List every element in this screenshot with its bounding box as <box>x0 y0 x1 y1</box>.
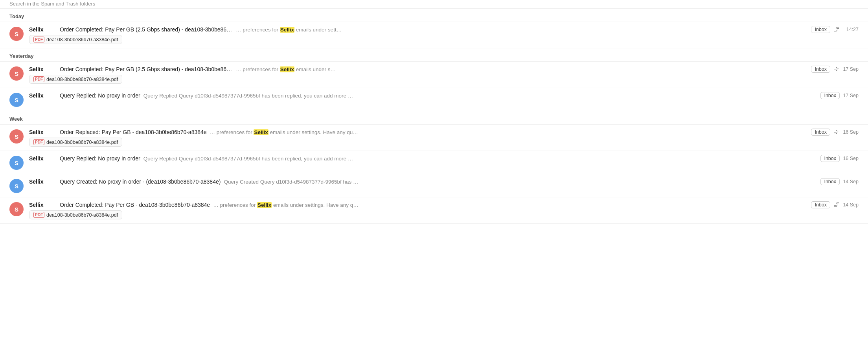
attachment-filename: dea108-3b0be86b70-a8384e.pdf <box>46 212 118 218</box>
email-subject: Query Replied: No proxy in order <box>60 155 140 162</box>
email-top-row: SellixQuery Created: No proxy in order -… <box>29 178 859 185</box>
email-top-row: SellixOrder Replaced: Pay Per GB - dea10… <box>29 129 859 136</box>
attachment-icon: 🖇 <box>833 26 840 33</box>
email-subject: Query Created: No proxy in order - (dea1… <box>60 178 221 185</box>
attachment-icon: 🖇 <box>833 66 840 73</box>
top-banner[interactable]: Search in the Spam and Trash folders <box>0 0 868 9</box>
email-meta: Inbox🖇14:27 <box>811 26 859 33</box>
email-preview: … preferences for Sellix emails under s… <box>236 66 804 72</box>
highlight-text: Sellix <box>280 27 294 33</box>
avatar: S <box>9 202 24 216</box>
email-meta: Inbox16 Sep <box>820 155 859 162</box>
email-subject: Order Completed: Pay Per GB - dea108-3b0… <box>60 202 210 208</box>
email-list: Search in the Spam and Trash folders Tod… <box>0 0 868 232</box>
email-time: 17 Sep <box>843 93 859 98</box>
pdf-label: PDF <box>33 139 44 145</box>
email-row[interactable]: SSellixOrder Completed: Pay Per GB - dea… <box>0 197 868 224</box>
avatar: S <box>9 179 24 193</box>
highlight-text: Sellix <box>254 129 268 135</box>
sender-name: Sellix <box>29 155 57 162</box>
avatar: S <box>9 93 24 107</box>
pdf-label: PDF <box>33 76 44 82</box>
email-time: 14 Sep <box>843 202 859 208</box>
email-time: 16 Sep <box>843 129 859 135</box>
avatar: S <box>9 66 24 81</box>
sender-name: Sellix <box>29 66 57 72</box>
email-content-block: SellixOrder Completed: Pay Per GB (2.5 G… <box>29 66 859 84</box>
email-content-block: SellixOrder Completed: Pay Per GB - dea1… <box>29 201 859 219</box>
email-row[interactable]: SSellixOrder Completed: Pay Per GB (2.5 … <box>0 22 868 48</box>
inbox-badge: Inbox <box>820 92 840 99</box>
sender-name: Sellix <box>29 129 57 135</box>
section-header-yesterday: Yesterday <box>0 48 868 62</box>
email-preview: Query Replied Query d10f3d-d54987377d-99… <box>143 156 814 162</box>
email-time: 17 Sep <box>843 66 859 72</box>
email-row[interactable]: SSellixOrder Replaced: Pay Per GB - dea1… <box>0 125 868 151</box>
inbox-badge: Inbox <box>820 178 840 185</box>
email-row[interactable]: SSellixQuery Created: No proxy in order … <box>0 174 868 197</box>
inbox-badge: Inbox <box>820 155 840 162</box>
email-top-row: SellixQuery Replied: No proxy in orderQu… <box>29 155 859 162</box>
section-header-today: Today <box>0 9 868 22</box>
email-top-row: SellixOrder Completed: Pay Per GB - dea1… <box>29 201 859 208</box>
email-preview: … preferences for Sellix emails under se… <box>236 27 804 33</box>
attachment-chip[interactable]: PDFdea108-3b0be86b70-a8384e.pdf <box>29 35 122 44</box>
email-subject: Order Replaced: Pay Per GB - dea108-3b0b… <box>60 129 207 135</box>
email-row[interactable]: SSellixQuery Replied: No proxy in orderQ… <box>0 151 868 174</box>
email-row[interactable]: SSellixQuery Replied: No proxy in orderQ… <box>0 88 868 111</box>
attachment-filename: dea108-3b0be86b70-a8384e.pdf <box>46 37 118 42</box>
attachment-row: PDFdea108-3b0be86b70-a8384e.pdf <box>29 138 859 147</box>
email-subject: Order Completed: Pay Per GB (2.5 Gbps sh… <box>60 66 233 72</box>
email-meta: Inbox17 Sep <box>820 92 859 99</box>
email-top-row: SellixOrder Completed: Pay Per GB (2.5 G… <box>29 66 859 73</box>
email-preview: Query Replied Query d10f3d-d54987377d-99… <box>143 93 814 99</box>
avatar: S <box>9 27 24 41</box>
attachment-row: PDFdea108-3b0be86b70-a8384e.pdf <box>29 210 859 219</box>
avatar: S <box>9 156 24 170</box>
attachment-chip[interactable]: PDFdea108-3b0be86b70-a8384e.pdf <box>29 75 122 84</box>
email-content-block: SellixOrder Replaced: Pay Per GB - dea10… <box>29 129 859 147</box>
section-header-week: Week <box>0 111 868 125</box>
email-time: 14 Sep <box>843 179 859 184</box>
sender-name: Sellix <box>29 92 57 99</box>
email-time: 14:27 <box>843 27 859 32</box>
attachment-filename: dea108-3b0be86b70-a8384e.pdf <box>46 77 118 82</box>
attachment-icon: 🖇 <box>833 201 840 208</box>
attachment-filename: dea108-3b0be86b70-a8384e.pdf <box>46 140 118 145</box>
inbox-badge: Inbox <box>811 66 830 73</box>
email-subject: Order Completed: Pay Per GB (2.5 Gbps sh… <box>60 26 233 33</box>
inbox-badge: Inbox <box>811 129 830 136</box>
top-banner-text: Search in the Spam and Trash folders <box>9 1 95 7</box>
email-meta: Inbox🖇16 Sep <box>811 129 859 136</box>
sender-name: Sellix <box>29 26 57 33</box>
attachment-icon: 🖇 <box>833 129 840 136</box>
email-top-row: SellixQuery Replied: No proxy in orderQu… <box>29 92 859 99</box>
email-content-block: SellixQuery Created: No proxy in order -… <box>29 178 859 186</box>
email-top-row: SellixOrder Completed: Pay Per GB (2.5 G… <box>29 26 859 33</box>
highlight-text: Sellix <box>280 66 294 72</box>
email-preview: … preferences for Sellix emails under se… <box>213 202 804 208</box>
email-preview: Query Created Query d10f3d-d54987377d-99… <box>224 179 813 185</box>
attachment-chip[interactable]: PDFdea108-3b0be86b70-a8384e.pdf <box>29 210 122 219</box>
email-content-block: SellixOrder Completed: Pay Per GB (2.5 G… <box>29 26 859 44</box>
email-content-block: SellixQuery Replied: No proxy in orderQu… <box>29 155 859 163</box>
attachment-row: PDFdea108-3b0be86b70-a8384e.pdf <box>29 75 859 84</box>
email-content-block: SellixQuery Replied: No proxy in orderQu… <box>29 92 859 100</box>
highlight-text: Sellix <box>257 202 272 208</box>
email-time: 16 Sep <box>843 156 859 161</box>
attachment-row: PDFdea108-3b0be86b70-a8384e.pdf <box>29 35 859 44</box>
email-row[interactable]: SSellixOrder Completed: Pay Per GB (2.5 … <box>0 62 868 88</box>
email-meta: Inbox14 Sep <box>820 178 859 185</box>
inbox-badge: Inbox <box>811 26 830 33</box>
sender-name: Sellix <box>29 202 57 208</box>
email-subject: Query Replied: No proxy in order <box>60 92 140 99</box>
pdf-label: PDF <box>33 37 44 42</box>
sender-name: Sellix <box>29 178 57 185</box>
attachment-chip[interactable]: PDFdea108-3b0be86b70-a8384e.pdf <box>29 138 122 147</box>
email-preview: … preferences for Sellix emails under se… <box>210 129 804 135</box>
inbox-badge: Inbox <box>811 201 830 208</box>
pdf-label: PDF <box>33 212 44 218</box>
email-meta: Inbox🖇14 Sep <box>811 201 859 208</box>
avatar: S <box>9 129 24 144</box>
email-meta: Inbox🖇17 Sep <box>811 66 859 73</box>
